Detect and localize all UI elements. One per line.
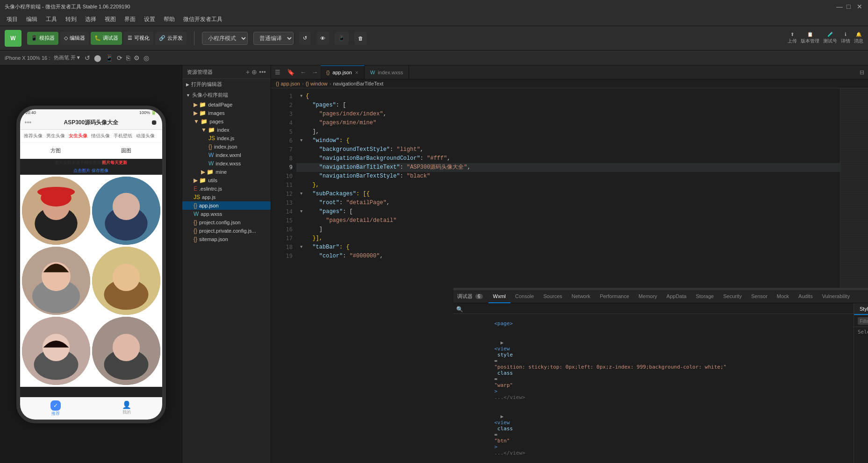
photo-5[interactable] [22,317,90,385]
devtools-tab-memory[interactable]: Memory [634,290,662,303]
debugger-button[interactable]: 🐛调试器 [91,32,122,45]
fold-6[interactable]: ▼ [300,136,306,145]
cat-female[interactable]: 女生头像 [69,133,87,139]
photo-2[interactable] [92,177,160,245]
preview-button[interactable]: 👁 [316,32,329,45]
photo-3[interactable] [22,247,90,315]
close-button[interactable]: ✕ [857,3,863,10]
tree-index-js[interactable]: JS index.js [182,134,271,142]
cat-anime[interactable]: 动漫头像 [136,133,155,139]
stop-sim-button[interactable]: ⬤ [94,54,101,62]
cat-recommend[interactable]: 推荐头像 [24,133,43,139]
open-editors-section[interactable]: ▶ 打开的编辑器 [182,79,271,90]
upload-button[interactable]: ⬆上传 [788,32,797,44]
tree-projectprivcfg[interactable]: {} project.private.config.js... [182,227,271,235]
photo-1[interactable] [22,177,90,245]
back-btn[interactable]: ← [297,69,309,76]
tab-recommend[interactable]: ✓ 推荐 [20,398,91,420]
menu-item-settings[interactable]: 设置 [140,14,159,25]
fold-1[interactable]: ▼ [300,92,306,101]
real-debug-button[interactable]: 📱 [335,32,349,45]
photo-6[interactable] [92,317,160,385]
version-mgmt-button[interactable]: 📋版本管理 [801,32,819,44]
tree-index-json[interactable]: {} index.json [182,142,271,151]
tree-index-folder[interactable]: ▼ 📁 index [182,126,271,134]
devtools-tab-storage[interactable]: Storage [691,290,719,303]
subtitle-link[interactable]: 点击图片 保存图像 [20,167,162,175]
menu-item-help[interactable]: 帮助 [160,14,179,25]
tree-appjson[interactable]: {} app.json [182,201,271,210]
devtools-tab-appdata[interactable]: AppData [662,290,691,303]
mode-select[interactable]: 小程序模式 [202,32,248,45]
details-button[interactable]: ℹ详情 [841,32,850,44]
shape-square[interactable]: 方图 [23,145,89,156]
clear-cache-button[interactable]: 🗑 [354,32,367,45]
forward-btn[interactable]: → [309,69,321,76]
tab-appjson[interactable]: {} app.json ✕ [321,65,365,79]
refresh-button[interactable]: ↺ [299,32,311,45]
wxml-line-view2[interactable]: ▶ <view class = "btn" > ...</view> [453,407,854,463]
refresh-sim-button[interactable]: ↺ [85,54,90,62]
tree-sitemap[interactable]: {} sitemap.json [182,235,271,243]
test-num-button[interactable]: 🧪测试号 [823,32,837,44]
devtools-tab-wxml[interactable]: Wxml [488,290,511,303]
tree-projectcfg[interactable]: {} project.config.json [182,218,271,227]
photo-4[interactable] [92,247,160,315]
menu-item-goto[interactable]: 转到 [62,14,80,25]
window-controls[interactable]: — □ ✕ [836,3,863,10]
menu-item-view[interactable]: 视图 [101,14,120,25]
shape-circle[interactable]: 圆图 [93,145,159,156]
wxml-line-view1[interactable]: ▶ <view style = "position: sticky;top: 0… [453,333,854,407]
tree-mine[interactable]: ▶ 📁 mine [182,168,271,176]
split-editor-btn[interactable]: ⊟ [860,69,864,76]
rotate-button[interactable]: ⟳ [117,54,122,62]
more-actions-btn[interactable]: ••• [259,68,266,76]
new-folder-btn[interactable]: ⊕ [251,68,257,76]
new-file-btn[interactable]: + [246,68,250,76]
menu-item-select[interactable]: 选择 [81,14,100,25]
fold-14[interactable]: ▼ [300,207,306,216]
tab-indexwxss[interactable]: W index.wxss [365,65,409,79]
tree-utils[interactable]: ▶ 📁 utils [182,176,271,185]
menu-item-project[interactable]: 项目 [3,14,22,25]
tree-images[interactable]: ▶ 📁 images [182,109,271,117]
cat-couple[interactable]: 情侣头像 [91,133,110,139]
phone-sim-button[interactable]: 📱 [105,54,113,62]
settings-sim-btn[interactable]: ⚙ [134,54,140,62]
fold-2[interactable] [300,101,306,110]
nav-dots[interactable]: ••• [25,119,32,126]
tab-mine[interactable]: 👤 我的 [91,398,162,420]
snap-btn[interactable]: ◎ [143,54,149,62]
bookmark-btn[interactable]: 🔖 [284,69,297,76]
styles-filter-input[interactable] [858,317,868,325]
sidebar-toggle[interactable]: ☰ [271,69,284,76]
styles-tab-styles[interactable]: Styles [854,303,868,315]
cat-wallpaper[interactable]: 手机壁纸 [114,133,132,139]
menu-item-tools[interactable]: 工具 [42,14,61,25]
tree-index-wxss[interactable]: W index.wxss [182,159,271,168]
devtools-tab-audits[interactable]: Audits [794,290,818,303]
tree-pages[interactable]: ▼ 📁 pages [182,117,271,126]
menu-item-ui[interactable]: 界面 [121,14,139,25]
wxml-inspect-btn[interactable]: 🔍 [456,306,463,313]
devtools-tab-mock[interactable]: Mock [772,290,794,303]
maximize-button[interactable]: □ [846,3,853,10]
cat-male[interactable]: 男生头像 [46,133,65,139]
visual-button[interactable]: ☰可视化 [124,32,153,45]
project-section[interactable]: ▼ 头像小程序前端 [182,90,271,100]
compile-select[interactable]: 普通编译 [253,32,294,45]
code-editor[interactable]: ▼ { "pages": [ "pages/index/index", "pag… [296,88,840,288]
editor-button[interactable]: ◇编辑器 [60,32,89,45]
tree-appjs[interactable]: JS app.js [182,193,271,201]
tab-appjson-close[interactable]: ✕ [355,70,359,75]
simulator-button[interactable]: 📱模拟器 [27,32,58,45]
tree-index-wxml[interactable]: W index.wxml [182,151,271,159]
copy-btn[interactable]: ⎘ [126,54,130,62]
menu-item-wechat[interactable]: 微信开发者工具 [179,14,226,25]
cloud-button[interactable]: 🔗云开发 [155,32,187,45]
tree-detailPage[interactable]: ▶ 📁 detailPage [182,100,271,109]
devtools-tab-network[interactable]: Network [567,290,595,303]
devtools-tab-console[interactable]: Console [510,290,538,303]
fold-18[interactable]: ▼ [300,243,306,252]
minimize-button[interactable]: — [836,3,843,10]
